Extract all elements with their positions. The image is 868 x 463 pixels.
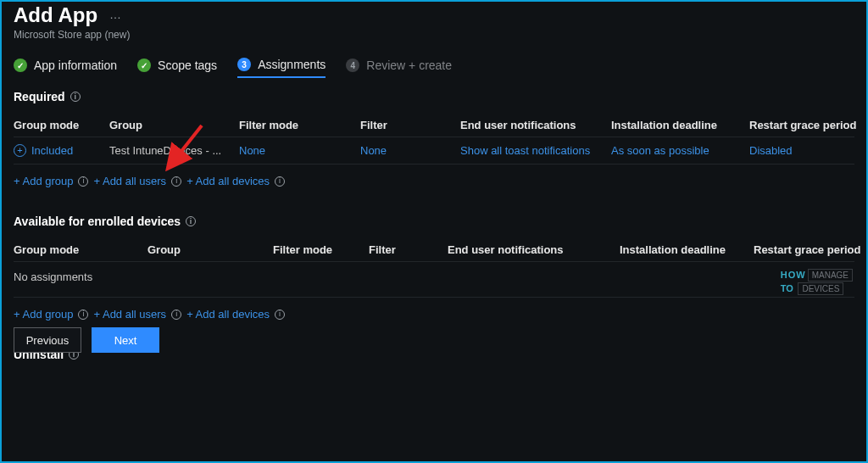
info-icon[interactable]: i xyxy=(78,310,88,320)
step-assignments[interactable]: 3 Assignments xyxy=(237,58,326,78)
plus-circle-icon: + xyxy=(14,144,26,157)
check-icon: ✓ xyxy=(14,59,27,72)
group-cell: Test IntuneDevices - ... xyxy=(109,144,232,157)
step-number-icon: 4 xyxy=(346,59,359,72)
check-icon: ✓ xyxy=(137,59,151,72)
more-icon[interactable]: … xyxy=(109,8,121,21)
next-button[interactable]: Next xyxy=(92,327,159,353)
info-icon[interactable]: i xyxy=(275,176,285,187)
wizard-steps: ✓ App information ✓ Scope tags 3 Assignm… xyxy=(14,58,854,78)
add-all-users-link[interactable]: + Add all users xyxy=(93,308,166,321)
info-icon[interactable]: i xyxy=(78,176,88,187)
group-mode-included[interactable]: + Included xyxy=(14,144,103,157)
page-title: Add App xyxy=(14,3,97,27)
info-icon[interactable]: i xyxy=(186,216,196,226)
available-empty-row: No assignments xyxy=(14,262,854,298)
info-icon[interactable]: i xyxy=(70,92,81,102)
deadline-cell[interactable]: As soon as possible xyxy=(611,144,743,157)
footer-buttons: Previous Next xyxy=(14,327,159,353)
add-group-link[interactable]: + Add group xyxy=(14,175,73,187)
step-review-create[interactable]: 4 Review + create xyxy=(346,59,452,77)
filter-cell[interactable]: None xyxy=(360,144,453,157)
info-icon[interactable]: i xyxy=(275,310,285,320)
previous-button[interactable]: Previous xyxy=(14,327,81,353)
page-subtitle: Microsoft Store app (new) xyxy=(14,29,854,41)
restart-cell[interactable]: Disabled xyxy=(749,144,868,157)
add-all-devices-link[interactable]: + Add all devices xyxy=(186,175,270,187)
info-icon[interactable]: i xyxy=(171,176,181,187)
filter-mode-cell[interactable]: None xyxy=(239,144,353,157)
step-scope-tags[interactable]: ✓ Scope tags xyxy=(137,59,217,77)
available-table-header: Group mode Group Filter mode Filter End … xyxy=(14,235,854,262)
watermark: HOWMANAGE TO DEVICES xyxy=(781,268,853,295)
add-group-link[interactable]: + Add group xyxy=(14,308,73,321)
required-row[interactable]: + Included Test IntuneDevices - ... None… xyxy=(14,137,854,165)
section-required: Required i xyxy=(14,90,854,103)
add-all-users-link[interactable]: + Add all users xyxy=(93,175,166,187)
info-icon[interactable]: i xyxy=(171,310,181,320)
step-number-icon: 3 xyxy=(237,58,251,71)
required-add-links: + Add group i + Add all users i + Add al… xyxy=(14,165,854,206)
required-table-header: Group mode Group Filter mode Filter End … xyxy=(14,110,854,137)
add-all-devices-link[interactable]: + Add all devices xyxy=(186,308,270,321)
step-app-information[interactable]: ✓ App information xyxy=(14,59,117,77)
section-available: Available for enrolled devices i xyxy=(14,215,854,228)
notifications-cell[interactable]: Show all toast notifications xyxy=(460,144,604,157)
